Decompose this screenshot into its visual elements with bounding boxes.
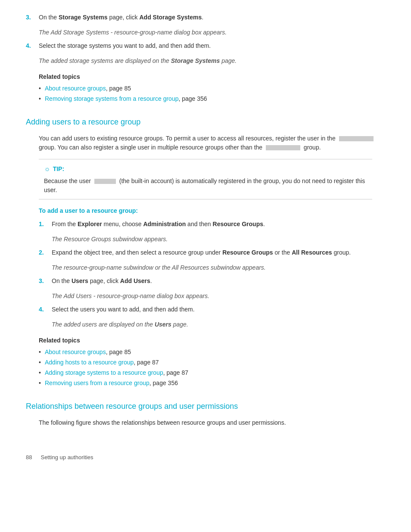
tip-icon: ☼ [44, 164, 50, 174]
list-item: Adding storage systems to a resource gro… [39, 368, 385, 377]
users-step-4-sub: The added users are displayed on the Use… [52, 320, 385, 329]
redacted-text-2 [266, 145, 300, 150]
step-3-sub: The Add Storage Systems - resource-group… [39, 28, 385, 37]
tip-box: ☼ TIP: Because the user (the built-in ac… [39, 159, 372, 199]
redacted-text-1 [339, 136, 374, 141]
users-related-section: Related topics About resource groups, pa… [39, 336, 385, 388]
intro-related-label: Related topics [39, 72, 385, 81]
list-item: Removing users from a resource group, pa… [39, 379, 385, 388]
relationships-body: The following figure shows the relations… [39, 418, 385, 427]
step-4-content: Select the storage systems you want to a… [39, 41, 385, 52]
users-step-4-content: Select the users you want to add, and th… [52, 305, 385, 316]
list-item: Adding hosts to a resource group, page 8… [39, 358, 385, 367]
intro-step-3: 3. On the Storage Systems page, click Ad… [26, 13, 385, 24]
users-related-list: About resource groups, page 85 Adding ho… [39, 348, 385, 388]
link-removing-users[interactable]: Removing users from a resource group [45, 380, 149, 386]
users-step-3-number: 3. [39, 277, 52, 287]
users-step-2-number: 2. [39, 248, 52, 259]
section-adding-users-heading: Adding users to a resource group [26, 116, 385, 128]
link-adding-hosts[interactable]: Adding hosts to a resource group [45, 359, 134, 366]
list-item: About resource groups, page 85 [39, 348, 385, 357]
footer-page-number: 88 [26, 453, 32, 462]
step-4-number: 4. [26, 41, 39, 52]
list-item: Removing storage systems from a resource… [39, 94, 385, 103]
list-item: About resource groups, page 85 [39, 84, 385, 93]
users-step-3: 3. On the Users page, click Add Users. [39, 277, 385, 287]
intro-related-list: About resource groups, page 85 Removing … [39, 84, 385, 103]
users-step-1-sub: The Resource Groups subwindow appears. [52, 235, 385, 244]
users-step-2-content: Expand the object tree, and then select … [52, 248, 385, 259]
users-step-4-number: 4. [39, 305, 52, 316]
adding-users-body: You can add users to existing resource g… [39, 134, 385, 152]
tip-text: Because the user (the built-in account) … [44, 177, 367, 195]
step-3-content: On the Storage Systems page, click Add S… [39, 13, 385, 24]
users-step-1-content: From the Explorer menu, choose Administr… [52, 220, 385, 230]
page-footer: 88 Setting up authorities [26, 453, 385, 462]
tip-label: ☼ TIP: [44, 164, 367, 174]
users-step-3-sub: The Add Users - resource-group-name dial… [52, 292, 385, 301]
link-about-resource-groups-1[interactable]: About resource groups [45, 85, 106, 92]
step-3-number: 3. [26, 13, 39, 24]
users-related-label: Related topics [39, 336, 385, 345]
step-4-sub: The added storage systems are displayed … [39, 56, 385, 65]
users-step-1-number: 1. [39, 220, 52, 230]
procedure-heading: To add a user to a resource group: [39, 206, 385, 215]
users-step-2: 2. Expand the object tree, and then sele… [39, 248, 385, 259]
section-relationships-heading: Relationships between resource groups an… [26, 401, 385, 412]
users-step-1: 1. From the Explorer menu, choose Admini… [39, 220, 385, 230]
users-step-3-content: On the Users page, click Add Users. [52, 277, 385, 287]
redacted-text-3 [94, 179, 116, 184]
users-step-4: 4. Select the users you want to add, and… [39, 305, 385, 316]
footer-chapter: Setting up authorities [40, 453, 93, 462]
link-removing-storage-systems[interactable]: Removing storage systems from a resource… [45, 95, 178, 102]
link-adding-storage-systems[interactable]: Adding storage systems to a resource gro… [45, 369, 163, 376]
intro-related-section: Related topics About resource groups, pa… [39, 72, 385, 103]
users-step-2-sub: The resource-group-name subwindow or the… [52, 263, 385, 272]
intro-step-4: 4. Select the storage systems you want t… [26, 41, 385, 52]
link-about-resource-groups-2[interactable]: About resource groups [45, 348, 106, 355]
